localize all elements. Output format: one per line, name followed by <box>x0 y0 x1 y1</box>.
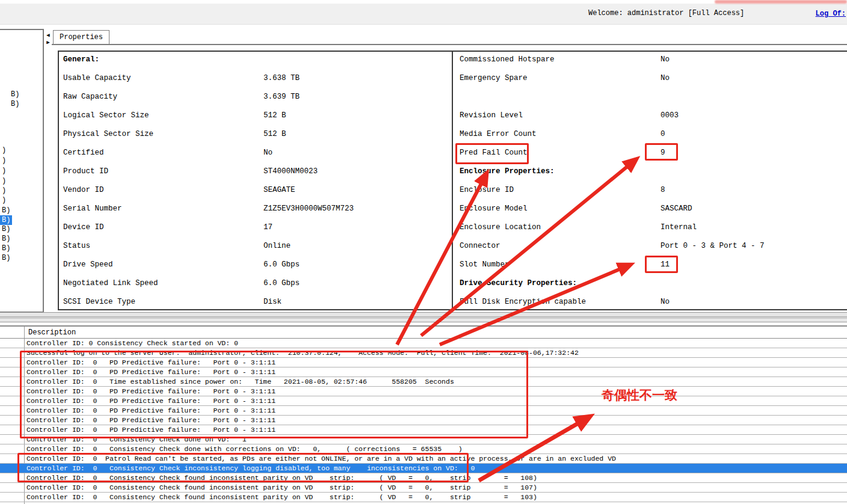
device-tree-panel: B)B)))))))B)B)B)B)B)B) <box>0 29 44 313</box>
tree-item[interactable]: B) <box>0 244 12 253</box>
property-row <box>454 89 845 108</box>
property-label: Physical Sector Size <box>63 130 153 138</box>
properties-right-column: Commissioned HotspareNoEmergency SpareNo… <box>454 52 845 313</box>
property-value: Z1Z5EV3H0000W507M723 <box>263 204 354 213</box>
property-value: No <box>661 74 670 82</box>
property-value: Online <box>263 242 291 250</box>
property-value: No <box>661 55 670 64</box>
collapse-left-icon[interactable]: ◀ <box>45 32 52 39</box>
property-label: Media Error Count <box>460 130 537 138</box>
log-off-link[interactable]: Log Of: <box>816 10 846 18</box>
property-row: Commissioned HotspareNo <box>454 52 845 70</box>
property-label: Pred Fail Count <box>460 149 528 157</box>
property-value: ST4000NM0023 <box>263 167 318 176</box>
property-row: Serial NumberZ1Z5EV3H0000W507M723 <box>59 201 450 220</box>
property-row: Enclosure ID8 <box>454 182 845 201</box>
property-row: Emergency SpareNo <box>454 70 845 89</box>
log-row[interactable]: Controller ID: 0 Consistency Check done … <box>0 444 847 454</box>
log-row[interactable]: Controller ID: 0 Time established since … <box>0 377 847 387</box>
property-label: Product ID <box>63 167 108 176</box>
property-value: Internal <box>661 223 697 232</box>
property-row: Raw Capacity3.639 TB <box>59 89 450 108</box>
horizontal-splitter[interactable] <box>0 312 847 317</box>
log-row-selected[interactable]: Controller ID: 0 Consistency Check incon… <box>0 464 847 473</box>
tree-item-selected[interactable]: B) <box>0 215 12 225</box>
properties-column-divider <box>452 51 453 308</box>
property-value: 0 <box>661 130 665 138</box>
log-row[interactable]: Controller ID: 0 PD Predictive failure: … <box>0 425 847 435</box>
tree-item[interactable]: ) <box>0 166 8 176</box>
tree-item[interactable]: ) <box>0 146 8 155</box>
property-label: Enclosure Model <box>460 204 528 213</box>
property-row: Negotiated Link Speed6.0 Gbps <box>59 275 450 294</box>
log-row[interactable]: Successful log on to the server User: ad… <box>0 348 847 358</box>
property-value: 9 <box>661 149 665 157</box>
property-label: Enclosure Location <box>460 223 541 232</box>
tree-item[interactable]: B) <box>0 234 12 244</box>
property-label: Drive Security Properties: <box>460 279 577 287</box>
tree-item[interactable]: ) <box>0 186 8 195</box>
property-value: 11 <box>661 260 670 269</box>
property-row: SCSI Device TypeDisk <box>59 294 450 313</box>
log-row[interactable]: Controller ID: 0 PD Predictive failure: … <box>0 416 847 425</box>
log-row[interactable]: Controller ID: 0 Consistency Check start… <box>0 339 847 348</box>
tab-properties[interactable]: Properties <box>53 30 109 45</box>
property-label: Full Disk Encryption capable <box>460 298 586 306</box>
welcome-status: Welcome: administrator [Full Access] <box>588 9 744 17</box>
property-label: General: <box>63 55 99 64</box>
annotation-red-blur <box>715 0 847 4</box>
log-row[interactable]: Controller ID: 0 PD Predictive failure: … <box>0 396 847 406</box>
property-row: Vendor IDSEAGATE <box>59 182 450 201</box>
log-row[interactable]: Controller ID: 0 Consistency Check done … <box>0 435 847 444</box>
property-label: Revision Level <box>460 111 523 120</box>
property-row: Drive Security Properties: <box>454 275 845 294</box>
property-label: Enclosure Properties: <box>460 167 555 176</box>
tree-item[interactable]: ) <box>0 156 8 165</box>
property-value: 0003 <box>661 111 679 120</box>
property-value: Disk <box>263 298 282 306</box>
property-row: Media Error Count0 <box>454 126 845 145</box>
tree-item[interactable]: B) <box>0 253 12 263</box>
log-row[interactable]: Controller ID: 0 Consistency Check found… <box>0 483 847 493</box>
log-row[interactable]: Controller ID: 0 Patrol Read can't be st… <box>0 454 847 464</box>
property-label: Emergency Spare <box>460 74 528 82</box>
tree-item[interactable]: B) <box>9 90 21 99</box>
log-header-row: Description <box>0 327 847 339</box>
tab-strip-divider <box>52 44 847 45</box>
log-row[interactable]: Controller ID: 0 PD Predictive failure: … <box>0 367 847 377</box>
property-label: SCSI Device Type <box>63 298 135 306</box>
app-window: Welcome: administrator [Full Access] Log… <box>0 0 847 504</box>
tree-item[interactable]: B) <box>9 99 21 109</box>
property-row: CertifiedNo <box>59 145 450 164</box>
horizontal-splitter[interactable] <box>0 318 847 322</box>
property-value: 8 <box>661 186 665 194</box>
log-row[interactable]: Controller ID: 0 PD Predictive failure: … <box>0 358 847 367</box>
property-row: ConnectorPort 0 - 3 & Port 4 - 7 <box>454 238 845 257</box>
tree-item[interactable]: B) <box>0 224 12 234</box>
property-row: Enclosure Properties: <box>454 164 845 182</box>
log-header-description: Description <box>28 328 76 337</box>
event-log-panel: Description Controller ID: 0 Consistency… <box>0 325 847 504</box>
property-value: 3.639 TB <box>263 93 300 101</box>
property-value: No <box>661 298 670 306</box>
log-row[interactable]: Controller ID: 0 Consistency Check found… <box>0 473 847 483</box>
property-label: Negotiated Link Speed <box>63 279 158 287</box>
collapse-right-icon[interactable]: ▶ <box>45 40 52 46</box>
property-row: Enclosure LocationInternal <box>454 220 845 238</box>
property-label: Enclosure ID <box>460 186 514 194</box>
property-row: General: <box>59 52 450 70</box>
top-bar: Welcome: administrator [Full Access] Log… <box>0 4 847 25</box>
property-row: Physical Sector Size512 B <box>59 126 450 145</box>
tree-item[interactable]: B) <box>0 206 12 215</box>
tree-item[interactable]: ) <box>0 176 8 186</box>
property-value: 512 B <box>263 111 286 120</box>
log-row[interactable]: Controller ID: 0 Consistency Check found… <box>0 493 847 502</box>
tree-item[interactable]: ) <box>0 195 8 205</box>
log-row[interactable]: Controller ID: 0 PD Predictive failure: … <box>0 387 847 396</box>
property-label: Commissioned Hotspare <box>460 55 555 64</box>
log-row[interactable]: Controller ID: 0 PD Predictive failure: … <box>0 406 847 416</box>
property-label: Raw Capacity <box>63 93 117 101</box>
property-value: Port 0 - 3 & Port 4 - 7 <box>661 242 765 250</box>
property-row: Revision Level0003 <box>454 108 845 126</box>
property-row: Enclosure ModelSASCARD <box>454 201 845 220</box>
